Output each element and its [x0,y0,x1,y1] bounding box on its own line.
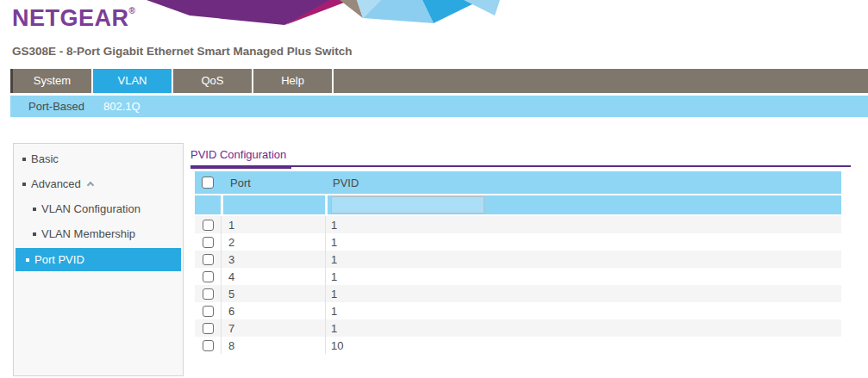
sidebar-item-advanced[interactable]: Advanced [14,171,183,196]
pvid-table: Port PVID 1 1 2 1 3 1 [195,171,841,354]
table-row: 8 10 [195,337,841,354]
row-checkbox[interactable] [203,237,214,248]
tab-system[interactable]: System [13,69,93,93]
pvid-cell: 1 [325,285,841,302]
pvid-cell: 1 [325,233,841,251]
filter-pvid-cell [328,195,841,214]
row-checkbox-cell [195,216,221,233]
subnav-port-based[interactable]: Port-Based [19,96,94,117]
row-checkbox-cell [195,302,221,319]
table-row: 7 1 [195,319,841,337]
row-checkbox[interactable] [203,288,214,300]
tab-vlan[interactable]: VLAN [93,69,173,93]
bullet-icon [22,183,26,186]
filter-port-cell [223,195,325,214]
port-cell: 5 [221,285,325,302]
pvid-cell: 1 [325,268,841,285]
row-checkbox-cell [195,251,221,268]
sidebar-item-label: VLAN Membership [41,227,135,240]
header-port: Port [223,171,325,194]
section-title: PVID Configuration [190,148,851,161]
tab-help[interactable]: Help [253,69,334,93]
sidebar-item-label: Advanced [31,177,81,190]
sidebar-item-label: Basic [31,152,59,165]
title-underline [190,165,851,169]
row-checkbox[interactable] [203,220,214,231]
table-row: 4 1 [195,268,841,285]
bullet-icon [26,258,29,262]
chevron-up-icon [87,182,94,189]
title-underline-thick [190,165,291,169]
sidebar-item-vlan-configuration[interactable]: VLAN Configuration [14,196,183,221]
sidebar-item-basic[interactable]: Basic [14,146,183,171]
row-checkbox[interactable] [203,323,214,334]
row-checkbox[interactable] [203,340,214,351]
sidebar-item-label: VLAN Configuration [41,202,141,215]
sidebar-item-label: Port PVID [34,253,84,266]
header-checkbox-cell [195,171,221,194]
port-cell: 8 [221,337,325,354]
row-checkbox-cell [195,337,221,354]
row-checkbox-cell [195,233,221,251]
bullet-icon [33,208,36,211]
bullet-icon [33,232,36,236]
pvid-cell: 1 [325,302,841,319]
sidebar: Basic Advanced VLAN Configuration VLAN M… [13,143,184,376]
content-header: PVID Configuration [190,148,851,169]
title-underline-thin [291,165,851,167]
pvid-cell: 1 [325,251,841,268]
port-cell: 4 [221,268,325,285]
row-checkbox[interactable] [203,306,214,317]
row-checkbox[interactable] [203,254,214,265]
table-row: 6 1 [195,302,841,319]
pvid-cell: 1 [325,319,841,337]
table-row: 3 1 [195,251,841,268]
vlan-subnav: Port-Based 802.1Q [10,96,868,117]
header-pvid: PVID [328,171,841,194]
tab-qos[interactable]: QoS [173,69,253,93]
port-cell: 7 [221,319,325,337]
port-cell: 6 [221,302,325,319]
row-checkbox-cell [195,319,221,337]
sidebar-item-port-pvid[interactable]: Port PVID [16,248,181,271]
netgear-logo: NETGEAR® [12,5,135,32]
row-checkbox-cell [195,268,221,285]
table-header-row: Port PVID [195,171,841,194]
row-checkbox-cell [195,285,221,302]
page-title: GS308E - 8-Port Gigabit Ethernet Smart M… [12,45,353,58]
sidebar-item-vlan-membership[interactable]: VLAN Membership [14,221,183,246]
pvid-filter-input[interactable] [331,196,484,214]
port-cell: 1 [221,216,325,233]
row-checkbox[interactable] [203,271,214,282]
netgear-logo-text: NETGEAR [12,5,129,31]
port-cell: 3 [221,251,325,268]
header-banner-graphic [138,0,500,26]
select-all-checkbox[interactable] [202,177,214,189]
registered-mark: ® [129,6,136,15]
main-nav: System VLAN QoS Help [10,69,868,93]
netgear-switch-admin-page: NETGEAR® GS308E - 8-Port Gigabit Etherne… [0,0,868,378]
port-cell: 2 [221,233,325,251]
table-row: 5 1 [195,285,841,302]
table-filter-row [195,195,841,214]
bullet-icon [22,158,26,161]
pvid-cell: 1 [325,216,841,233]
subnav-8021q[interactable]: 802.1Q [94,96,150,117]
table-row: 1 1 [195,216,841,233]
filter-checkbox-cell [195,195,221,214]
table-row: 2 1 [195,233,841,251]
pvid-cell: 10 [325,337,841,354]
